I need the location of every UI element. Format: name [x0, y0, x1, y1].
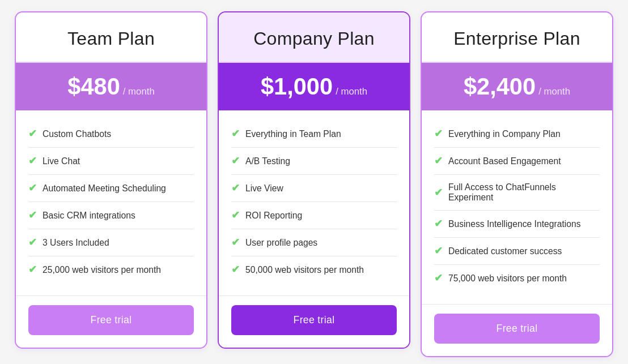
plan-name-company: Company Plan [230, 28, 398, 49]
plan-features-company: ✔Everything in Team Plan✔A/B Testing✔Liv… [219, 110, 409, 296]
feature-item-team-1: ✔Live Chat [28, 148, 194, 175]
feature-item-team-2: ✔Automated Meeting Scheduling [28, 175, 194, 202]
feature-text-company-0: Everything in Team Plan [245, 129, 341, 139]
plan-price-row-team: $480/ month [16, 63, 206, 110]
feature-item-enterprise-3: ✔Business Intelligence Integrations [434, 211, 600, 238]
plan-price-period-enterprise: / month [538, 86, 570, 97]
feature-text-team-4: 3 Users Included [43, 238, 109, 248]
plan-card-enterprise: Enterprise Plan$2,400/ month✔Everything … [421, 11, 613, 357]
plan-name-enterprise: Enterprise Plan [433, 28, 601, 49]
plan-name-team: Team Plan [27, 28, 195, 49]
plan-footer-team: Free trial [16, 296, 206, 348]
feature-item-enterprise-2: ✔Full Access to ChatFunnels Experiment [434, 175, 600, 211]
plan-card-company: Company Plan$1,000/ month✔Everything in … [218, 11, 410, 349]
feature-item-enterprise-0: ✔Everything in Company Plan [434, 121, 600, 148]
feature-text-team-2: Automated Meeting Scheduling [43, 183, 166, 194]
feature-text-team-5: 25,000 web visitors per month [43, 265, 161, 275]
plan-footer-company: Free trial [219, 296, 409, 348]
feature-text-enterprise-2: Full Access to ChatFunnels Experiment [448, 182, 600, 203]
check-icon-enterprise-2: ✔ [434, 187, 443, 199]
check-icon-enterprise-1: ✔ [434, 155, 443, 167]
free-trial-button-enterprise[interactable]: Free trial [434, 314, 600, 344]
plan-price-amount-company: $1,000 [261, 73, 333, 100]
feature-item-team-3: ✔Basic CRM integrations [28, 202, 194, 229]
feature-item-company-0: ✔Everything in Team Plan [231, 121, 397, 148]
free-trial-button-company[interactable]: Free trial [231, 305, 397, 335]
plan-price-row-company: $1,000/ month [219, 63, 409, 110]
plan-header-team: Team Plan [16, 12, 206, 63]
free-trial-button-team[interactable]: Free trial [28, 305, 194, 335]
pricing-container: Team Plan$480/ month✔Custom Chatbots✔Liv… [11, 11, 617, 357]
feature-text-company-3: ROI Reporting [245, 211, 302, 221]
feature-text-enterprise-5: 75,000 web visitors per month [448, 273, 567, 284]
plan-footer-enterprise: Free trial [422, 304, 612, 356]
feature-text-company-4: User profile pages [245, 238, 317, 248]
check-icon-enterprise-4: ✔ [434, 245, 443, 257]
feature-item-enterprise-4: ✔Dedicated customer success [434, 238, 600, 265]
check-icon-team-5: ✔ [28, 264, 37, 276]
check-icon-team-3: ✔ [28, 209, 37, 221]
check-icon-company-5: ✔ [231, 264, 240, 276]
plan-features-team: ✔Custom Chatbots✔Live Chat✔Automated Mee… [16, 110, 206, 296]
check-icon-enterprise-5: ✔ [434, 272, 443, 284]
feature-item-company-2: ✔Live View [231, 175, 397, 202]
feature-item-company-3: ✔ROI Reporting [231, 202, 397, 229]
feature-text-team-3: Basic CRM integrations [43, 211, 135, 221]
check-icon-enterprise-0: ✔ [434, 128, 443, 140]
feature-text-enterprise-1: Account Based Engagement [448, 156, 561, 166]
plan-price-amount-team: $480 [67, 73, 120, 100]
check-icon-company-3: ✔ [231, 209, 240, 221]
plan-card-team: Team Plan$480/ month✔Custom Chatbots✔Liv… [15, 11, 207, 349]
plan-header-company: Company Plan [219, 12, 409, 63]
check-icon-company-0: ✔ [231, 128, 240, 140]
plan-price-period-team: / month [123, 86, 155, 97]
check-icon-company-1: ✔ [231, 155, 240, 167]
feature-item-enterprise-5: ✔75,000 web visitors per month [434, 265, 600, 292]
check-icon-enterprise-3: ✔ [434, 218, 443, 230]
check-icon-team-2: ✔ [28, 182, 37, 194]
feature-text-team-1: Live Chat [43, 156, 80, 166]
plan-features-enterprise: ✔Everything in Company Plan✔Account Base… [422, 110, 612, 304]
check-icon-company-4: ✔ [231, 237, 240, 249]
check-icon-company-2: ✔ [231, 182, 240, 194]
feature-text-company-5: 50,000 web visitors per month [245, 265, 364, 275]
feature-item-company-5: ✔50,000 web visitors per month [231, 256, 397, 283]
plan-price-row-enterprise: $2,400/ month [422, 63, 612, 110]
check-icon-team-4: ✔ [28, 237, 37, 249]
feature-text-company-1: A/B Testing [245, 156, 290, 166]
check-icon-team-0: ✔ [28, 128, 37, 140]
feature-item-enterprise-1: ✔Account Based Engagement [434, 148, 600, 175]
plan-header-enterprise: Enterprise Plan [422, 12, 612, 63]
feature-item-company-1: ✔A/B Testing [231, 148, 397, 175]
feature-item-team-0: ✔Custom Chatbots [28, 121, 194, 148]
feature-text-company-2: Live View [245, 183, 283, 194]
feature-text-enterprise-3: Business Intelligence Integrations [448, 219, 580, 229]
feature-item-team-4: ✔3 Users Included [28, 229, 194, 256]
plan-price-period-company: / month [336, 86, 367, 97]
feature-item-company-4: ✔User profile pages [231, 229, 397, 256]
feature-text-enterprise-0: Everything in Company Plan [448, 129, 561, 139]
feature-text-team-0: Custom Chatbots [43, 129, 111, 139]
feature-text-enterprise-4: Dedicated customer success [448, 246, 562, 256]
plan-price-amount-enterprise: $2,400 [464, 73, 536, 100]
check-icon-team-1: ✔ [28, 155, 37, 167]
feature-item-team-5: ✔25,000 web visitors per month [28, 256, 194, 283]
